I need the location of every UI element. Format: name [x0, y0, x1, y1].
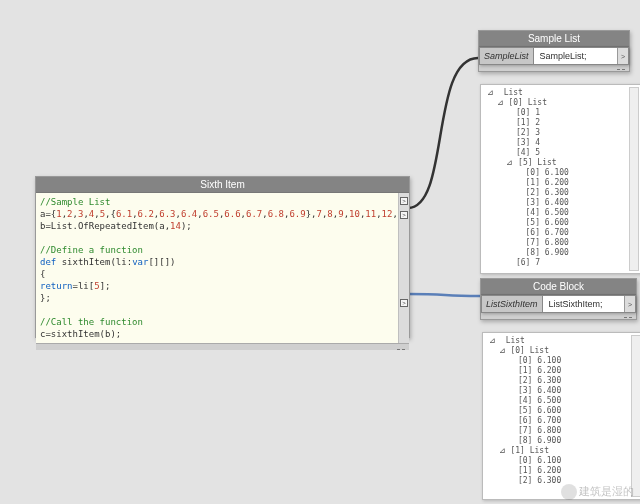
scrollbar[interactable] [629, 87, 639, 271]
scrollbar[interactable] [631, 335, 640, 497]
code-block-watch[interactable]: ⊿ List ⊿ [0] List [0] 6.100 [1] 6.200 [2… [482, 332, 640, 500]
sample-list-title: Sample List [479, 31, 629, 47]
output-port-c[interactable]: > [400, 299, 408, 307]
sample-list-expression[interactable]: SampleList SampleList; > [479, 47, 629, 65]
code-block-value[interactable]: ListSixthItem; [543, 296, 624, 312]
sixth-item-title: Sixth Item [36, 177, 409, 193]
sample-list-value[interactable]: SampleList; [534, 48, 617, 64]
watermark: 建筑是湿的 [561, 484, 634, 500]
sixth-item-node[interactable]: Sixth Item //Sample List a={1,2,3,4,5,{6… [35, 176, 410, 338]
sample-list-port-label: SampleList [480, 48, 534, 64]
watermark-icon [561, 484, 577, 500]
output-port-a[interactable]: > [400, 197, 408, 205]
sample-list-watch-text: ⊿ List ⊿ [0] List [0] 1 [1] 2 [2] 3 [3] … [487, 88, 627, 268]
code-block-expression[interactable]: ListSixthItem ListSixthItem; > [481, 295, 636, 313]
output-port-b[interactable]: > [400, 211, 408, 219]
sample-list-watch[interactable]: ⊿ List ⊿ [0] List [0] 1 [1] 2 [2] 3 [3] … [480, 84, 640, 274]
code-block-output-port[interactable]: > [624, 296, 635, 312]
sample-list-output-port[interactable]: > [617, 48, 628, 64]
node-footer [36, 343, 409, 350]
sixth-item-code[interactable]: //Sample List a={1,2,3,4,5,{6.1,6.2,6.3,… [36, 193, 398, 343]
code-block-title: Code Block [481, 279, 636, 295]
sixth-item-output-ports: > > > [398, 193, 409, 343]
code-block-port-label: ListSixthItem [482, 296, 543, 312]
code-block-watch-text: ⊿ List ⊿ [0] List [0] 6.100 [1] 6.200 [2… [489, 336, 629, 486]
